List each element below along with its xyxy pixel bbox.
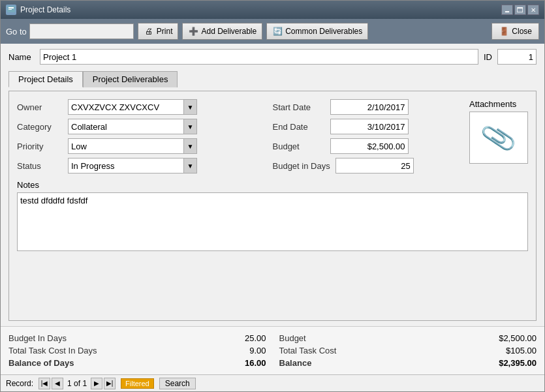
notes-label: Notes — [17, 180, 528, 190]
print-label: Print — [157, 27, 173, 36]
close-window-button[interactable]: ✕ — [527, 5, 539, 15]
owner-combo-wrapper: ▼ — [68, 99, 197, 115]
window-icon — [6, 5, 16, 15]
priority-combo-wrapper: ▼ — [68, 138, 197, 154]
id-input[interactable] — [497, 49, 537, 65]
record-label: Record: — [6, 379, 33, 388]
goto-combo[interactable] — [29, 23, 134, 39]
record-info: 1 of 1 — [65, 379, 89, 388]
maximize-button[interactable]: 🗖 — [514, 5, 526, 15]
owner-label: Owner — [17, 102, 63, 112]
budget-summary-label: Budget — [279, 333, 306, 343]
print-button[interactable]: 🖨 Print — [138, 23, 179, 40]
total-task-cost-value: $105.00 — [506, 346, 537, 355]
form-grid: Owner ▼ Category ▼ Pri — [17, 99, 528, 173]
budget-summary-row: Budget $2,500.00 — [279, 332, 537, 344]
total-task-cost-days-label: Total Task Cost In Days — [8, 346, 97, 355]
add-deliverable-button[interactable]: ➕ Add Deliverable — [182, 23, 262, 40]
paperclip-icon: 📎 — [479, 119, 518, 157]
svg-rect-2 — [8, 9, 12, 10]
form-left: Owner ▼ Category ▼ Pri — [17, 99, 273, 173]
category-dropdown-arrow[interactable]: ▼ — [183, 119, 196, 134]
svg-rect-1 — [8, 7, 14, 8]
close-label: Close — [512, 27, 532, 36]
budget-summary-value: $2,500.00 — [499, 333, 537, 343]
end-date-row: End Date — [273, 119, 457, 134]
total-task-cost-days-row: Total Task Cost In Days 9.00 — [8, 344, 266, 357]
total-task-cost-days-value: 9.00 — [249, 346, 266, 355]
status-row: Status ▼ — [17, 158, 260, 173]
priority-input[interactable] — [69, 139, 183, 153]
attachments-label: Attachments — [469, 99, 528, 109]
start-date-row: Start Date — [273, 99, 457, 115]
summary-right: Budget $2,500.00 Total Task Cost $105.00… — [279, 332, 537, 369]
start-date-input[interactable] — [330, 99, 409, 115]
category-row: Category ▼ — [17, 119, 260, 134]
toolbar: Go to 🖨 Print ➕ Add Deliverable 🔄 Common… — [1, 19, 544, 44]
search-label: Search — [165, 379, 190, 388]
common-deliverables-button[interactable]: 🔄 Common Deliverables — [266, 23, 368, 40]
last-record-button[interactable]: ▶| — [104, 378, 116, 389]
summary-left: Budget In Days 25.00 Total Task Cost In … — [8, 332, 266, 369]
owner-input[interactable] — [69, 100, 183, 114]
category-input[interactable] — [69, 119, 183, 134]
minimize-button[interactable]: 🗕 — [501, 5, 513, 15]
summary-section: Budget In Days 25.00 Total Task Cost In … — [1, 326, 544, 374]
name-row: Name ID — [8, 49, 537, 65]
notes-section: Notes testd dfddfd fdsfdf — [17, 180, 528, 253]
attachments-area[interactable]: 📎 — [469, 112, 528, 164]
title-controls: 🗕 🗖 ✕ — [501, 5, 539, 15]
common-deliverables-label: Common Deliverables — [285, 27, 362, 36]
notes-textarea[interactable]: testd dfddfd fdsfdf — [17, 192, 528, 251]
owner-row: Owner ▼ — [17, 99, 260, 115]
budget-in-days-label: Budget In Days — [8, 333, 67, 343]
status-label: Status — [17, 161, 63, 171]
window-title: Project Details — [20, 5, 70, 14]
tab-project-deliverables[interactable]: Project Deliverables — [83, 71, 178, 87]
next-record-button[interactable]: ▶ — [91, 378, 102, 389]
total-task-cost-row: Total Task Cost $105.00 — [279, 344, 537, 357]
budget-in-days-summary-row: Budget In Days 25.00 — [8, 332, 266, 344]
balance-row: Balance $2,395.00 — [279, 357, 537, 369]
print-icon: 🖨 — [144, 26, 154, 37]
main-content: Name ID Project Details Project Delivera… — [1, 44, 544, 326]
close-icon: 🚪 — [499, 26, 509, 37]
first-record-button[interactable]: |◀ — [39, 378, 50, 389]
filtered-badge: Filtered — [121, 378, 154, 389]
tab-content: Owner ▼ Category ▼ Pri — [8, 91, 537, 321]
status-dropdown-arrow[interactable]: ▼ — [183, 158, 196, 173]
budget-days-label: Budget in Days — [273, 161, 330, 171]
priority-label: Priority — [17, 142, 63, 151]
main-window: Project Details 🗕 🗖 ✕ Go to 🖨 Print ➕ Ad… — [0, 0, 545, 392]
priority-dropdown-arrow[interactable]: ▼ — [183, 139, 196, 153]
tab-project-details[interactable]: Project Details — [8, 71, 83, 87]
id-label: ID — [484, 52, 492, 62]
title-bar: Project Details 🗕 🗖 ✕ — [1, 1, 544, 19]
close-button[interactable]: 🚪 Close — [491, 23, 539, 40]
status-input[interactable] — [69, 158, 183, 173]
add-deliverable-icon: ➕ — [188, 26, 198, 37]
budget-in-days-value: 25.00 — [245, 333, 266, 343]
search-button[interactable]: Search — [159, 378, 196, 389]
priority-row: Priority ▼ — [17, 138, 260, 154]
title-bar-left: Project Details — [6, 5, 70, 15]
attachments-section: Attachments 📎 — [469, 99, 528, 173]
budget-input[interactable] — [330, 138, 409, 154]
start-date-label: Start Date — [273, 102, 325, 112]
balance-of-days-row: Balance of Days 16.00 — [8, 357, 266, 369]
name-input[interactable] — [40, 49, 478, 65]
category-combo-wrapper: ▼ — [68, 119, 197, 134]
end-date-input[interactable] — [330, 119, 409, 134]
budget-row: Budget — [273, 138, 457, 154]
balance-of-days-label: Balance of Days — [8, 358, 74, 368]
common-deliverables-icon: 🔄 — [272, 26, 283, 37]
prev-record-button[interactable]: ◀ — [52, 378, 63, 389]
owner-dropdown-arrow[interactable]: ▼ — [183, 100, 196, 114]
budget-label: Budget — [273, 142, 325, 151]
balance-of-days-value: 16.00 — [245, 358, 266, 368]
budget-days-input[interactable] — [335, 158, 414, 173]
total-task-cost-label: Total Task Cost — [279, 346, 337, 355]
goto-label: Go to — [6, 27, 27, 37]
status-combo-wrapper: ▼ — [68, 158, 197, 173]
add-deliverable-label: Add Deliverable — [201, 27, 257, 36]
